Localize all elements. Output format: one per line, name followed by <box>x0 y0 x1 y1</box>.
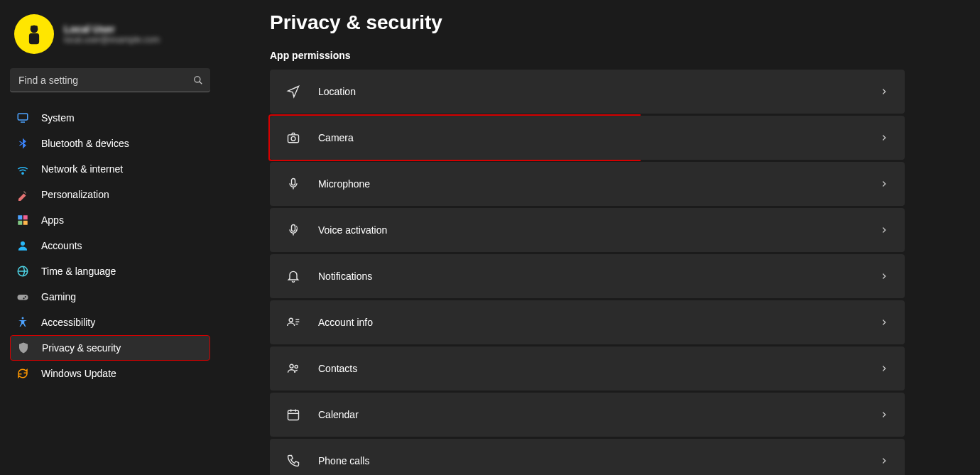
nav: System Bluetooth & devices Network & int… <box>0 105 220 386</box>
svg-point-19 <box>291 136 295 141</box>
row-microphone[interactable]: Microphone <box>270 162 905 206</box>
user-email: local.user@example.com <box>64 35 160 45</box>
location-icon <box>285 84 301 99</box>
nav-item-accounts[interactable]: Accounts <box>10 233 210 258</box>
svg-point-17 <box>22 317 24 320</box>
svg-rect-28 <box>288 410 299 420</box>
chevron-right-icon <box>879 87 889 97</box>
nav-label: Network & internet <box>41 163 123 175</box>
svg-rect-11 <box>23 221 28 225</box>
chevron-right-icon <box>879 225 889 235</box>
svg-point-27 <box>295 365 298 368</box>
svg-rect-2 <box>31 26 38 28</box>
svg-rect-18 <box>288 135 299 143</box>
nav-item-gaming[interactable]: Gaming <box>10 284 210 310</box>
search-wrap <box>10 68 210 92</box>
main: Privacy & security App permissions Locat… <box>220 0 980 475</box>
accounts-icon <box>16 239 30 253</box>
row-account-info[interactable]: Account info <box>270 300 905 344</box>
svg-rect-1 <box>29 33 39 44</box>
nav-label: Gaming <box>41 291 76 302</box>
row-label: Camera <box>318 132 879 143</box>
row-label: Calendar <box>318 409 879 420</box>
system-icon <box>16 111 30 125</box>
nav-item-apps[interactable]: Apps <box>10 207 210 233</box>
nav-label: Bluetooth & devices <box>41 138 129 149</box>
user-name: Local User <box>64 23 160 35</box>
row-voice-activation[interactable]: Voice activation <box>270 208 905 252</box>
time-language-icon <box>16 264 30 278</box>
svg-point-16 <box>23 297 24 299</box>
camera-icon <box>285 130 301 146</box>
chevron-right-icon <box>879 410 889 420</box>
avatar-image-icon <box>21 21 48 48</box>
user-block[interactable]: Local User local.user@example.com <box>0 11 220 68</box>
nav-item-personalization[interactable]: Personalization <box>10 182 210 207</box>
row-phone-calls[interactable]: Phone calls <box>270 439 905 475</box>
microphone-icon <box>285 176 301 192</box>
chevron-right-icon <box>879 456 889 466</box>
svg-point-12 <box>21 241 25 246</box>
nav-item-system[interactable]: System <box>10 105 210 131</box>
row-calendar[interactable]: Calendar <box>270 393 905 437</box>
chevron-right-icon <box>879 317 889 327</box>
nav-label: System <box>41 112 75 124</box>
row-label: Phone calls <box>318 455 879 466</box>
svg-point-26 <box>290 364 293 368</box>
nav-label: Accounts <box>41 240 82 251</box>
search-input[interactable] <box>10 68 210 92</box>
nav-item-accessibility[interactable]: Accessibility <box>10 310 210 335</box>
voice-activation-icon <box>285 222 301 238</box>
row-label: Notifications <box>318 271 879 282</box>
svg-rect-9 <box>23 215 28 219</box>
row-label: Account info <box>318 317 879 328</box>
row-label: Microphone <box>318 178 879 190</box>
nav-label: Time & language <box>41 266 116 277</box>
svg-point-7 <box>22 173 23 174</box>
bell-icon <box>285 268 301 284</box>
row-contacts[interactable]: Contacts <box>270 346 905 391</box>
bluetooth-icon <box>16 136 30 151</box>
account-info-icon <box>285 315 301 330</box>
row-camera[interactable]: Camera <box>270 116 905 160</box>
nav-item-time-language[interactable]: Time & language <box>10 258 210 284</box>
nav-label: Privacy & security <box>42 342 121 354</box>
contacts-icon <box>285 361 301 376</box>
network-icon <box>16 162 30 176</box>
row-label: Voice activation <box>318 224 879 236</box>
nav-item-bluetooth[interactable]: Bluetooth & devices <box>10 131 210 156</box>
row-notifications[interactable]: Notifications <box>270 254 905 298</box>
calendar-icon <box>285 407 301 422</box>
nav-item-windows-update[interactable]: Windows Update <box>10 361 210 386</box>
gaming-icon <box>16 290 30 304</box>
sidebar: Local User local.user@example.com System… <box>0 0 220 475</box>
personalization-icon <box>16 187 30 202</box>
nav-label: Personalization <box>41 189 109 200</box>
svg-rect-8 <box>18 215 22 219</box>
svg-rect-20 <box>292 179 295 185</box>
nav-label: Windows Update <box>41 368 116 379</box>
section-title: App permissions <box>270 50 905 61</box>
chevron-right-icon <box>879 133 889 143</box>
accessibility-icon <box>16 315 30 329</box>
nav-item-network[interactable]: Network & internet <box>10 156 210 182</box>
chevron-right-icon <box>879 364 889 373</box>
nav-item-privacy-security[interactable]: Privacy & security <box>10 335 210 361</box>
row-location[interactable]: Location <box>270 70 905 114</box>
apps-icon <box>16 213 30 227</box>
svg-rect-5 <box>18 114 28 120</box>
svg-rect-21 <box>292 225 295 231</box>
svg-rect-10 <box>18 221 22 225</box>
update-icon <box>16 366 30 381</box>
user-text: Local User local.user@example.com <box>64 23 160 45</box>
avatar <box>14 14 54 54</box>
svg-point-22 <box>289 318 293 322</box>
nav-label: Apps <box>41 214 64 226</box>
row-label: Contacts <box>318 363 879 374</box>
shield-icon <box>16 341 31 355</box>
phone-icon <box>285 453 301 469</box>
page-title: Privacy & security <box>270 11 905 34</box>
svg-rect-14 <box>18 295 28 300</box>
nav-label: Accessibility <box>41 317 95 328</box>
chevron-right-icon <box>879 271 889 281</box>
